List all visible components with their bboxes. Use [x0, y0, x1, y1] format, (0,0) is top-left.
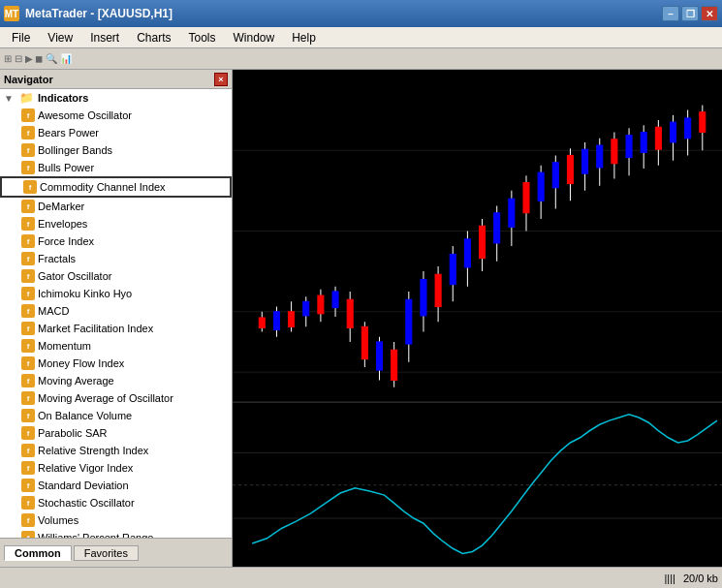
nav-item-bulls-power[interactable]: f Bulls Power: [0, 159, 232, 176]
nav-list-container: ▼ 📁 Indicators f Awesome Oscillator f Be…: [0, 89, 232, 538]
tab-favorites[interactable]: Favorites: [74, 545, 139, 561]
svg-rect-68: [700, 112, 706, 133]
close-button[interactable]: ✕: [701, 6, 718, 21]
nav-item-volumes[interactable]: f Volumes: [0, 511, 232, 529]
svg-rect-18: [332, 292, 338, 308]
svg-rect-12: [289, 312, 295, 327]
app-icon: MT: [4, 6, 19, 21]
nav-item-demarker[interactable]: f DeMarker: [0, 198, 232, 215]
nav-item-envelopes[interactable]: f Envelopes: [0, 215, 232, 232]
nav-item-rvi[interactable]: f Relative Vigor Index: [0, 459, 232, 477]
chart-svg: [233, 70, 722, 567]
nav-item-icon: f: [21, 161, 35, 174]
nav-item-cci[interactable]: f Commodity Channel Index: [0, 176, 232, 198]
nav-item-icon: f: [21, 287, 35, 300]
menu-view[interactable]: View: [40, 29, 80, 46]
svg-rect-60: [641, 133, 646, 153]
svg-rect-20: [347, 299, 353, 327]
nav-item-icon: f: [21, 496, 35, 510]
svg-rect-66: [685, 118, 691, 139]
nav-item-label: Stochastic Oscillator: [38, 497, 135, 509]
title-bar-left: MT MetaTrader - [XAUUSD,H1]: [4, 6, 173, 21]
nav-item-icon: f: [21, 513, 35, 527]
bars-icon: ||||: [664, 573, 675, 584]
nav-item-obv[interactable]: f On Balance Volume: [0, 407, 232, 424]
nav-item-momentum[interactable]: f Momentum: [0, 337, 232, 355]
nav-item-icon: f: [21, 391, 35, 405]
svg-rect-56: [612, 139, 617, 164]
svg-rect-14: [303, 301, 309, 316]
svg-rect-36: [464, 239, 470, 267]
nav-item-icon: f: [21, 108, 35, 122]
nav-item-moving-average[interactable]: f Moving Average: [0, 372, 232, 389]
nav-item-money-flow[interactable]: f Money Flow Index: [0, 355, 232, 372]
nav-item-icon: f: [21, 304, 35, 318]
nav-item-label: On Balance Volume: [38, 410, 132, 421]
nav-item-icon: f: [21, 356, 35, 370]
nav-item-bears-power[interactable]: f Bears Power: [0, 124, 232, 141]
nav-item-williams[interactable]: f Williams' Percent Range: [0, 529, 232, 538]
nav-item-icon: f: [21, 200, 35, 213]
nav-item-force-index[interactable]: f Force Index: [0, 232, 232, 250]
nav-items[interactable]: ▼ 📁 Indicators f Awesome Oscillator f Be…: [0, 89, 232, 538]
svg-rect-42: [509, 199, 515, 227]
nav-item-icon: f: [21, 426, 35, 440]
svg-rect-22: [361, 326, 367, 358]
svg-rect-26: [392, 350, 397, 380]
menu-help[interactable]: Help: [284, 29, 324, 46]
indicators-folder-icon: 📁: [19, 91, 34, 105]
nav-item-fractals[interactable]: f Fractals: [0, 250, 232, 267]
status-size: 20/0 kb: [683, 573, 718, 584]
nav-item-parabolic[interactable]: f Parabolic SAR: [0, 424, 232, 442]
tab-common[interactable]: Common: [4, 545, 72, 561]
svg-rect-52: [582, 149, 588, 173]
nav-item-icon: f: [21, 339, 35, 353]
navigator-title: Navigator: [4, 74, 53, 85]
nav-item-label: Commodity Channel Index: [40, 181, 166, 193]
nav-item-label: Bears Power: [38, 127, 99, 139]
nav-item-label: Market Facilitation Index: [38, 323, 153, 334]
chart-area[interactable]: Double Click Commodity Channel Index: [233, 70, 722, 567]
nav-item-ichimoku[interactable]: f Ichimoku Kinko Hyo: [0, 285, 232, 302]
nav-item-awesome-oscillator[interactable]: f Awesome Oscillator: [0, 107, 232, 124]
svg-rect-30: [421, 279, 426, 315]
menu-insert[interactable]: Insert: [82, 29, 127, 46]
nav-item-label: MACD: [38, 305, 69, 317]
nav-item-label: Momentum: [38, 340, 91, 352]
nav-item-label: Relative Strength Index: [38, 445, 148, 456]
svg-rect-24: [376, 342, 382, 370]
menu-charts[interactable]: Charts: [129, 29, 178, 46]
nav-item-stochastic[interactable]: f Stochastic Oscillator: [0, 494, 232, 511]
status-spacer: [4, 573, 7, 583]
svg-rect-10: [273, 312, 279, 330]
menu-window[interactable]: Window: [226, 29, 283, 46]
nav-item-icon: f: [21, 374, 35, 387]
nav-item-icon: f: [21, 531, 35, 538]
nav-item-mao[interactable]: f Moving Average of Oscillator: [0, 389, 232, 407]
menu-tools[interactable]: Tools: [181, 29, 224, 46]
nav-item-label: Moving Average of Oscillator: [38, 392, 173, 404]
menu-file[interactable]: File: [4, 29, 38, 46]
nav-item-label: Parabolic SAR: [38, 427, 108, 439]
toolbar-spacer: ⊞ ⊟ ▶ ◼ 🔍 📊: [4, 53, 72, 64]
nav-item-mfi-index[interactable]: f Market Facilitation Index: [0, 320, 232, 337]
minimize-button[interactable]: –: [662, 6, 679, 21]
nav-item-rsi[interactable]: f Relative Strength Index: [0, 442, 232, 459]
main-content: Navigator × ▼ 📁 Indicators f Awesome Osc…: [0, 70, 722, 567]
nav-item-macd[interactable]: f MACD: [0, 302, 232, 320]
nav-item-label: Bulls Power: [38, 162, 94, 173]
nav-item-label: Standard Deviation: [38, 480, 129, 491]
nav-item-gator[interactable]: f Gator Oscillator: [0, 267, 232, 285]
nav-item-icon: f: [21, 269, 35, 283]
navigator-close-button[interactable]: ×: [214, 73, 228, 86]
nav-item-bollinger-bands[interactable]: f Bollinger Bands: [0, 141, 232, 159]
indicators-folder[interactable]: ▼ 📁 Indicators: [0, 89, 232, 107]
indicators-collapse-icon: ▼: [4, 93, 14, 104]
svg-rect-54: [597, 145, 603, 168]
nav-item-stddev[interactable]: f Standard Deviation: [0, 477, 232, 494]
svg-rect-62: [655, 127, 661, 149]
toolbar: ⊞ ⊟ ▶ ◼ 🔍 📊: [0, 48, 722, 70]
title-bar-controls: – ❐ ✕: [662, 6, 718, 21]
maximize-button[interactable]: ❐: [681, 6, 699, 21]
nav-item-icon: f: [23, 180, 37, 194]
